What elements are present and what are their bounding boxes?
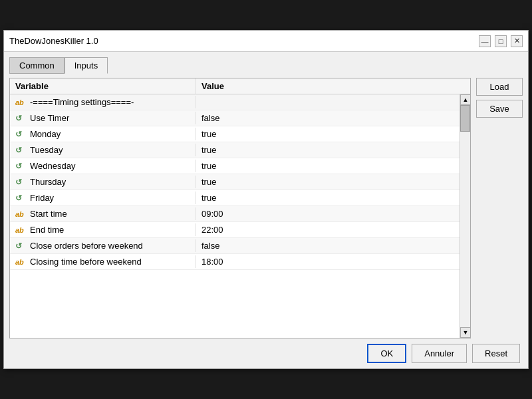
variable-name: Monday <box>30 129 61 139</box>
reset-button[interactable]: Reset <box>472 344 520 363</box>
table-header: Variable Value <box>10 78 470 94</box>
side-buttons: Load Save <box>476 78 523 338</box>
cell-value: true <box>196 128 460 140</box>
table-row[interactable]: ↺Thursdaytrue <box>10 174 460 190</box>
load-button[interactable]: Load <box>476 78 523 96</box>
annuler-button[interactable]: Annuler <box>412 344 467 363</box>
badge-arrow-icon: ↺ <box>15 241 27 251</box>
badge-arrow-icon: ↺ <box>15 146 27 155</box>
ok-button[interactable]: OK <box>367 344 406 363</box>
table-row[interactable]: ↺Mondaytrue <box>10 126 460 142</box>
table-row[interactable]: ↺Tuesdaytrue <box>10 142 460 158</box>
close-button[interactable]: ✕ <box>511 35 523 47</box>
table-row[interactable]: abEnd time22:00 <box>10 222 460 238</box>
cell-value: 09:00 <box>196 207 460 220</box>
table-row[interactable]: ↺Close orders before weekendfalse <box>10 238 460 254</box>
table-row[interactable]: abStart time09:00 <box>10 206 460 222</box>
cell-variable: ↺Friday <box>10 192 196 204</box>
cell-value: false <box>196 239 460 252</box>
minimize-button[interactable]: — <box>479 35 491 47</box>
tab-common[interactable]: Common <box>9 57 65 74</box>
cell-variable: ↺Thursday <box>10 176 196 188</box>
cell-value: 22:00 <box>196 223 460 236</box>
table-row[interactable]: ↺Use Timerfalse <box>10 110 460 126</box>
cell-value: true <box>196 192 460 204</box>
scrollbar[interactable]: ▲ ▼ <box>460 94 470 338</box>
tab-bar: Common Inputs <box>9 57 523 74</box>
variable-name: Thursday <box>30 177 66 187</box>
bottom-bar: OK Annuler Reset <box>9 338 523 363</box>
variable-name: Tuesday <box>30 145 63 155</box>
cell-variable: ↺Wednesday <box>10 160 196 172</box>
title-controls: — □ ✕ <box>479 35 523 47</box>
variable-name: Wednesday <box>30 161 75 171</box>
cell-value: 18:00 <box>196 255 460 268</box>
variable-name: End time <box>30 225 64 235</box>
col-variable-header: Variable <box>10 78 196 94</box>
scroll-down-button[interactable]: ▼ <box>460 327 470 338</box>
variable-name: Use Timer <box>30 113 69 123</box>
cell-variable: ↺Tuesday <box>10 144 196 156</box>
table-row[interactable]: ↺Fridaytrue <box>10 190 460 206</box>
variable-name: -====Timing settings====- <box>30 97 134 107</box>
badge-arrow-icon: ↺ <box>15 114 27 123</box>
badge-ab-icon: ab <box>15 98 27 106</box>
tab-inputs[interactable]: Inputs <box>65 57 108 74</box>
cell-value: true <box>196 160 460 172</box>
cell-value: true <box>196 144 460 156</box>
save-button[interactable]: Save <box>476 100 523 118</box>
title-bar: TheDowJonesKiller 1.0 — □ ✕ <box>4 31 528 52</box>
scroll-thumb[interactable] <box>460 105 470 132</box>
table-row[interactable]: ab-====Timing settings====- <box>10 94 460 110</box>
badge-ab-icon: ab <box>15 210 27 218</box>
main-window: TheDowJonesKiller 1.0 — □ ✕ Common Input… <box>3 30 529 369</box>
variable-name: Close orders before weekend <box>30 241 143 251</box>
rows-area: ab-====Timing settings====-↺Use Timerfal… <box>10 94 460 338</box>
table-inner: ab-====Timing settings====-↺Use Timerfal… <box>10 94 470 338</box>
cell-variable: abStart time <box>10 207 196 220</box>
cell-value <box>196 101 460 104</box>
scroll-track <box>460 105 470 327</box>
badge-arrow-icon: ↺ <box>15 162 27 171</box>
badge-arrow-icon: ↺ <box>15 194 27 203</box>
cell-variable: abClosing time before weekend <box>10 255 196 268</box>
cell-variable: ab-====Timing settings====- <box>10 96 196 108</box>
cell-variable: ↺Monday <box>10 128 196 140</box>
cell-variable: abEnd time <box>10 223 196 236</box>
variable-name: Start time <box>30 209 67 219</box>
variable-name: Friday <box>30 193 54 203</box>
cell-variable: ↺Use Timer <box>10 112 196 124</box>
col-value-header: Value <box>196 78 460 94</box>
content-area: Common Inputs Variable Value ab-====Timi… <box>4 52 528 368</box>
cell-variable: ↺Close orders before weekend <box>10 239 196 252</box>
cell-value: false <box>196 112 460 124</box>
badge-arrow-icon: ↺ <box>15 178 27 187</box>
maximize-button[interactable]: □ <box>495 35 507 47</box>
badge-arrow-icon: ↺ <box>15 130 27 139</box>
variables-table: Variable Value ab-====Timing settings===… <box>9 78 471 338</box>
badge-ab-icon: ab <box>15 226 27 234</box>
window-title: TheDowJonesKiller 1.0 <box>9 36 98 46</box>
badge-ab-icon: ab <box>15 258 27 266</box>
table-row[interactable]: ↺Wednesdaytrue <box>10 158 460 174</box>
main-content: Variable Value ab-====Timing settings===… <box>9 78 523 338</box>
cell-value: true <box>196 176 460 188</box>
scroll-up-button[interactable]: ▲ <box>460 94 470 105</box>
variable-name: Closing time before weekend <box>30 257 142 267</box>
table-row[interactable]: abClosing time before weekend18:00 <box>10 254 460 270</box>
